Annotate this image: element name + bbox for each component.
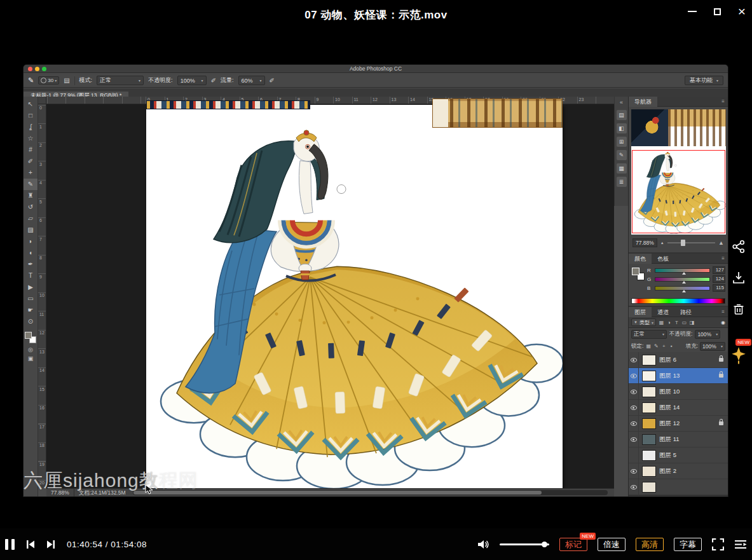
- dock-panel-icon-3[interactable]: ⊞: [617, 137, 627, 147]
- layer-visibility-toggle[interactable]: [629, 352, 639, 367]
- tab-图层[interactable]: 图层: [629, 307, 652, 317]
- toolbar-color-swatches[interactable]: [25, 332, 36, 343]
- lasso-tool[interactable]: ʆ: [24, 121, 38, 133]
- healing-brush-tool[interactable]: +: [24, 167, 38, 179]
- panel-menu-icon[interactable]: ≡: [721, 309, 725, 315]
- playlist-icon[interactable]: [734, 540, 747, 549]
- crop-tool[interactable]: #: [24, 144, 38, 156]
- pressure-opacity-icon[interactable]: ✐: [211, 77, 216, 84]
- tab-颜色[interactable]: 颜色: [629, 254, 652, 264]
- horizontal-scrollbar[interactable]: [133, 490, 608, 495]
- screen-mode-button[interactable]: ▣: [24, 354, 38, 363]
- panel-menu-icon[interactable]: ≡: [721, 99, 725, 104]
- minimize-icon[interactable]: [688, 11, 697, 12]
- hand-tool[interactable]: ☛: [24, 304, 38, 316]
- channel-slider-thumb[interactable]: [682, 281, 686, 283]
- collapse-panels-icon[interactable]: «: [615, 98, 628, 107]
- pause-icon[interactable]: [5, 539, 15, 550]
- path-selection-tool[interactable]: ▶: [24, 282, 38, 293]
- zoom-slider-thumb[interactable]: [681, 240, 685, 246]
- lock-all-icon[interactable]: ▪: [668, 343, 674, 349]
- navigator-zoom-value[interactable]: 77.88%: [632, 238, 657, 247]
- quick-mask-button[interactable]: ◎: [24, 345, 38, 354]
- dock-panel-icon-1[interactable]: ▤: [617, 110, 627, 120]
- speed-button[interactable]: 倍速: [598, 538, 626, 551]
- delete-icon[interactable]: [732, 302, 746, 316]
- shape-tool[interactable]: ▭: [24, 293, 38, 304]
- gradient-tool[interactable]: ▨: [24, 224, 38, 236]
- move-tool[interactable]: ↖: [24, 99, 38, 110]
- layer-fill-select[interactable]: 100% ▾: [700, 342, 725, 351]
- layer-row[interactable]: [629, 479, 728, 495]
- navigator-thumbnail[interactable]: [631, 109, 726, 235]
- dodge-tool[interactable]: ◖: [24, 247, 38, 259]
- layer-filter-type[interactable]: ▼ 类型 ▾: [631, 318, 656, 326]
- tab-通道[interactable]: 通道: [652, 307, 674, 317]
- layer-row[interactable]: 图层 2: [629, 463, 728, 479]
- pen-tool[interactable]: ✒: [24, 259, 38, 270]
- layer-visibility-toggle[interactable]: [629, 479, 639, 495]
- eraser-tool[interactable]: ▱: [24, 213, 38, 224]
- layer-row[interactable]: 图层 11: [629, 432, 728, 447]
- flow-select[interactable]: 60% ▾: [238, 76, 265, 85]
- brush-preset-picker[interactable]: 30 ▾: [38, 76, 59, 85]
- share-icon[interactable]: [732, 240, 746, 254]
- toggle-brush-panel-icon[interactable]: ▤: [64, 77, 69, 84]
- airbrush-icon[interactable]: ✐: [270, 77, 275, 84]
- workspace-switcher[interactable]: 基本功能 ▾: [685, 76, 723, 85]
- subtitle-button[interactable]: 字幕: [674, 538, 702, 551]
- color-spectrum-ramp[interactable]: [631, 298, 725, 304]
- layer-visibility-toggle[interactable]: [629, 416, 639, 431]
- clone-stamp-tool[interactable]: ♜: [24, 190, 38, 201]
- navigator-view-rectangle[interactable]: [632, 150, 725, 233]
- dock-panel-icon-4[interactable]: ✎: [617, 150, 627, 160]
- channel-slider-thumb[interactable]: [682, 272, 686, 275]
- channel-slider[interactable]: [655, 268, 710, 273]
- navigator-zoom-slider[interactable]: [667, 242, 715, 243]
- dock-panel-icon-2[interactable]: ◧: [617, 123, 627, 133]
- layer-row[interactable]: 图层 13: [629, 368, 728, 384]
- channel-slider-thumb[interactable]: [682, 290, 686, 292]
- foreground-swatch[interactable]: [632, 268, 639, 275]
- document-canvas[interactable]: [146, 105, 563, 488]
- layer-row[interactable]: 图层 6: [629, 352, 728, 368]
- type-tool[interactable]: T: [24, 270, 38, 282]
- dock-panel-icon-6[interactable]: ≣: [617, 177, 627, 187]
- marquee-tool[interactable]: □: [24, 110, 38, 121]
- tab-色板[interactable]: 色板: [652, 254, 674, 264]
- lock-transparency-icon[interactable]: ▦: [645, 343, 652, 349]
- layer-visibility-toggle[interactable]: [629, 432, 639, 447]
- channel-slider[interactable]: [655, 286, 710, 290]
- zoom-in-icon[interactable]: ▲: [718, 240, 724, 246]
- mark-button[interactable]: 标记 NEW: [559, 538, 587, 551]
- lock-paint-icon[interactable]: ✎: [653, 343, 659, 349]
- close-icon[interactable]: ×: [738, 7, 746, 16]
- filter-shape-layers-icon[interactable]: ▭: [681, 320, 688, 325]
- fullscreen-icon[interactable]: [712, 538, 724, 550]
- layer-visibility-toggle[interactable]: [629, 368, 639, 383]
- layer-visibility-toggle[interactable]: [629, 400, 639, 415]
- volume-slider[interactable]: [500, 543, 549, 545]
- filter-adjustment-layers-icon[interactable]: ◑: [666, 320, 673, 325]
- vertical-ruler[interactable]: 01234567891011121314151617181920: [38, 104, 46, 488]
- volume-knob[interactable]: [542, 542, 547, 547]
- layer-row[interactable]: 图层 12: [629, 416, 728, 432]
- opacity-select[interactable]: 100% ▾: [177, 76, 207, 85]
- layer-opacity-select[interactable]: 100% ▾: [695, 330, 720, 339]
- layer-row[interactable]: 图层 10: [629, 384, 728, 400]
- filter-smart-objects-icon[interactable]: ◨: [688, 320, 695, 325]
- panel-menu-icon[interactable]: ≡: [721, 256, 725, 261]
- layer-visibility-toggle[interactable]: [629, 447, 639, 463]
- eyedropper-tool[interactable]: ✐: [24, 156, 38, 167]
- layer-row[interactable]: 图层 14: [629, 400, 728, 416]
- brush-tool[interactable]: ✎: [24, 179, 38, 190]
- tab-navigator[interactable]: 导航器: [629, 97, 657, 107]
- next-icon[interactable]: [46, 540, 57, 549]
- layer-blend-mode-select[interactable]: 正常 ▾: [631, 330, 667, 339]
- channel-slider[interactable]: [655, 277, 710, 282]
- volume-icon[interactable]: [477, 540, 489, 549]
- layer-visibility-toggle[interactable]: [629, 384, 639, 399]
- toolbar-foreground-swatch[interactable]: [25, 332, 32, 339]
- maximize-icon[interactable]: [714, 8, 721, 15]
- quick-selection-tool[interactable]: ☆: [24, 133, 38, 144]
